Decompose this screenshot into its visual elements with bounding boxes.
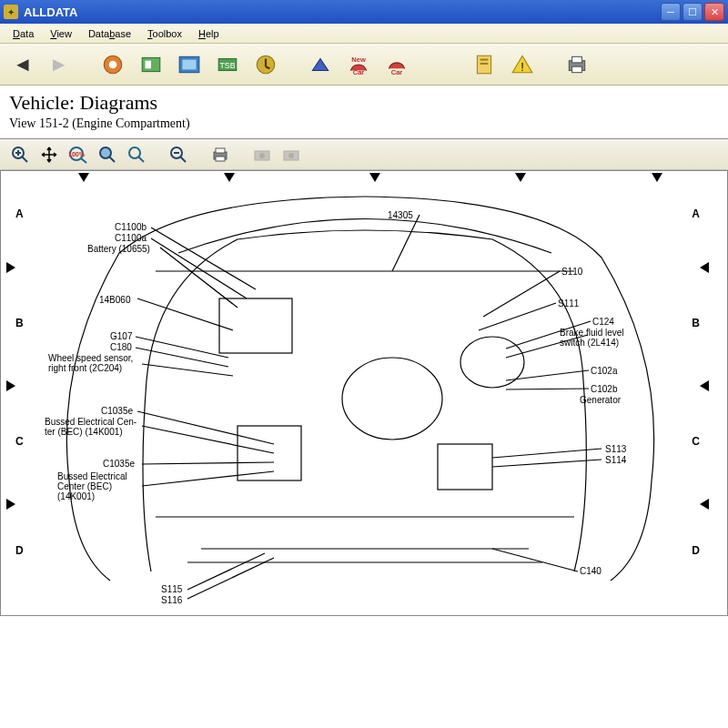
app-title: ALLDATA — [24, 5, 77, 19]
back-button[interactable]: ◄ — [7, 53, 38, 76]
svg-line-59 — [187, 558, 274, 599]
row-d-left: D — [15, 544, 24, 557]
main-toolbar: ◄ ► TSB NewCar Car ! — [0, 44, 728, 86]
svg-text:New: New — [351, 55, 366, 63]
svg-line-53 — [142, 364, 233, 376]
menu-view[interactable]: View — [43, 26, 79, 41]
svg-line-27 — [109, 157, 115, 162]
menu-help[interactable]: Help — [191, 26, 227, 41]
svg-line-56 — [142, 462, 274, 464]
page-title: Vehicle: Diagrams — [9, 91, 719, 115]
toolbar-icon-1[interactable] — [96, 48, 129, 81]
new-car-button[interactable]: NewCar — [342, 48, 375, 81]
zoom-fit-button[interactable]: 100% — [66, 143, 91, 167]
svg-line-31 — [180, 157, 186, 162]
toolbar-icon-2[interactable] — [135, 48, 167, 81]
titlebar: ✦ ALLDATA ─ ☐ ✕ — [0, 0, 728, 24]
svg-point-37 — [259, 153, 265, 158]
svg-rect-17 — [571, 56, 581, 63]
menubar: Data View Database Toolbox Help — [0, 24, 728, 44]
row-c-right: C — [692, 435, 700, 448]
toolbar-icon-6[interactable] — [304, 48, 337, 81]
svg-line-47 — [151, 228, 256, 289]
callout-s111: S111 — [558, 298, 579, 308]
svg-point-1 — [108, 60, 116, 68]
camera-button-1 — [249, 143, 275, 167]
print-diagram-button[interactable] — [207, 143, 233, 167]
svg-point-44 — [342, 358, 442, 440]
callout-c124: C124 — [592, 317, 614, 327]
svg-rect-3 — [145, 60, 151, 68]
minimize-button[interactable]: ─ — [661, 3, 681, 21]
svg-line-68 — [492, 460, 602, 467]
toolbar-icon-notes[interactable] — [468, 48, 500, 81]
callout-n14305: 14305 — [388, 210, 413, 220]
content-header: Vehicle: Diagrams View 151-2 (Engine Com… — [0, 86, 728, 139]
callout-wsp: Wheel speed sensor,right front (2C204) — [48, 353, 133, 373]
callout-c1035e: C1035e — [101, 406, 133, 416]
svg-line-25 — [81, 158, 86, 163]
svg-line-50 — [137, 298, 233, 330]
menu-toolbox[interactable]: Toolbox — [140, 26, 189, 41]
callout-c140: C140 — [580, 566, 602, 576]
svg-line-69 — [492, 549, 578, 571]
svg-line-61 — [483, 271, 560, 317]
callout-s113: S113 — [605, 444, 626, 454]
svg-line-66 — [506, 389, 589, 389]
row-c-left: C — [15, 435, 24, 448]
svg-line-60 — [392, 215, 420, 271]
menu-data[interactable]: Data — [5, 26, 41, 41]
callout-battery: Battery (10655) — [87, 244, 150, 254]
callout-s110: S110 — [561, 267, 582, 277]
toolbar-icon-4[interactable]: TSB — [211, 48, 244, 81]
callout-n14b060: 14B060 — [99, 295, 130, 305]
svg-line-67 — [492, 449, 602, 458]
svg-rect-13 — [480, 58, 488, 60]
callout-g107: G107 — [110, 331, 132, 341]
toolbar-icon-3[interactable] — [173, 48, 206, 81]
callout-bec2: Bussed ElectricalCenter (BEC)(14K001) — [57, 471, 127, 501]
row-d-right: D — [692, 544, 700, 557]
forward-button[interactable]: ► — [44, 53, 75, 76]
row-a-right: A — [692, 207, 700, 220]
svg-rect-5 — [182, 59, 196, 69]
svg-text:!: ! — [521, 59, 524, 73]
menu-database[interactable]: Database — [81, 26, 138, 41]
callout-bfl: Brake fluid levelswitch (2L414) — [560, 328, 624, 348]
diagram-pane[interactable]: A B C D A B C D C1100bC1100aBattery (106… — [0, 170, 728, 616]
svg-line-57 — [142, 471, 274, 486]
svg-line-62 — [479, 303, 556, 330]
svg-line-51 — [136, 337, 228, 358]
svg-line-48 — [151, 238, 247, 298]
callout-c102b: C102b — [591, 384, 617, 394]
toolbar-icon-warning[interactable]: ! — [506, 48, 539, 81]
row-a-left: A — [15, 207, 24, 220]
svg-rect-46 — [438, 444, 492, 490]
car-button[interactable]: Car — [380, 48, 413, 81]
svg-line-58 — [187, 553, 265, 590]
pan-button[interactable] — [36, 143, 62, 167]
close-button[interactable]: ✕ — [704, 3, 724, 21]
print-button[interactable] — [561, 48, 593, 81]
callout-s115: S115 — [161, 584, 182, 594]
svg-line-20 — [22, 157, 27, 162]
zoom-region-button[interactable] — [95, 143, 120, 167]
callout-s116: S116 — [161, 595, 182, 605]
callout-bec1: Bussed Electrical Cen-ter (BEC) (14K001) — [45, 417, 136, 437]
svg-rect-14 — [480, 62, 488, 64]
maximize-button[interactable]: ☐ — [682, 3, 703, 21]
svg-point-45 — [460, 337, 524, 388]
page-subtitle: View 151-2 (Engine Compartment) — [9, 116, 719, 131]
app-icon: ✦ — [4, 5, 18, 19]
callout-c1100b: C1100b — [115, 222, 147, 232]
svg-rect-35 — [216, 157, 225, 161]
camera-button-2 — [278, 143, 304, 167]
toolbar-icon-5[interactable] — [249, 48, 282, 81]
svg-point-39 — [288, 153, 294, 158]
zoom-out-button[interactable] — [166, 143, 191, 167]
svg-text:Car: Car — [352, 67, 364, 76]
callout-c1035e2: C1035e — [103, 459, 135, 469]
svg-text:Car: Car — [390, 67, 402, 76]
zoom-tool-button[interactable] — [124, 143, 149, 167]
zoom-in-button[interactable] — [7, 143, 33, 167]
